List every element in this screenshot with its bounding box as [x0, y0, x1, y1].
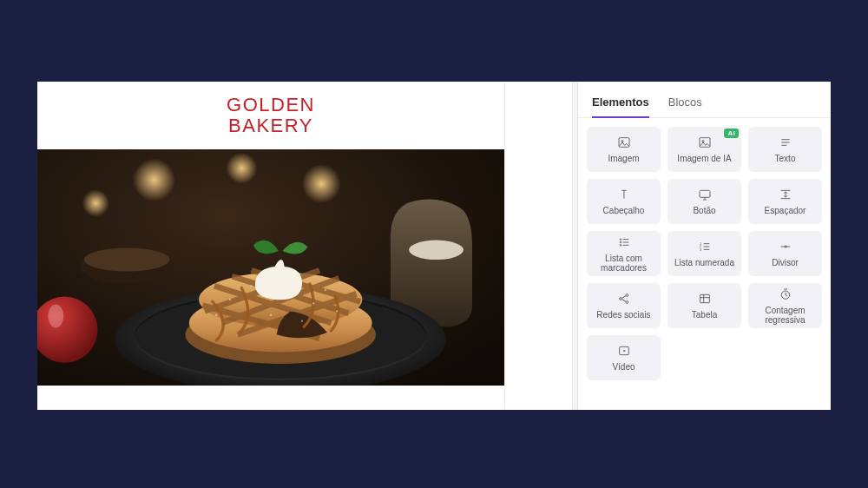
tile-text[interactable]: Texto: [748, 127, 822, 172]
svg-point-27: [336, 310, 338, 312]
tile-label: Lista com marcadores: [587, 254, 661, 273]
svg-point-7: [84, 248, 170, 272]
table-icon: [698, 292, 712, 306]
svg-point-1: [133, 158, 175, 201]
tile-ul[interactable]: Lista com marcadores: [587, 231, 661, 276]
svg-point-2: [226, 153, 257, 184]
svg-point-25: [287, 294, 289, 296]
svg-point-4: [82, 189, 109, 216]
video-icon: [617, 344, 631, 358]
tile-divider[interactable]: Divisor: [748, 231, 822, 276]
svg-point-31: [325, 289, 326, 291]
svg-point-30: [215, 314, 217, 316]
tile-label: Imagem de IA: [674, 154, 734, 163]
panel-tabs: Elementos Blocos: [578, 82, 831, 118]
tile-heading[interactable]: Cabeçalho: [587, 179, 661, 224]
tile-label: Redes sociais: [593, 310, 654, 320]
svg-point-26: [312, 302, 314, 304]
svg-point-9: [48, 305, 63, 328]
tile-label: Contagem regressiva: [748, 306, 822, 325]
brand-logo-line2: BAKERY: [227, 115, 315, 136]
svg-point-24: [250, 285, 252, 287]
button-icon: [698, 188, 712, 201]
clock-icon: [779, 287, 792, 301]
tile-label: Vídeo: [608, 362, 638, 372]
spacer-icon: [779, 188, 792, 201]
tile-label: Divisor: [768, 258, 802, 267]
image-icon: [617, 135, 631, 149]
image-icon: [698, 135, 712, 149]
brand-logo-line1: GOLDEN: [227, 95, 315, 115]
tile-image-ai[interactable]: AIImagem de IA: [667, 127, 741, 172]
email-builder-window: GOLDEN BAKERY: [37, 82, 831, 410]
tile-label: Botão: [689, 206, 719, 215]
share-icon: [617, 292, 631, 306]
svg-point-28: [270, 314, 272, 316]
svg-point-5: [409, 241, 464, 260]
tile-ol[interactable]: Lista numerada: [667, 231, 741, 276]
elements-grid: ImagemAIImagem de IATextoCabeçalhoBotãoE…: [578, 118, 831, 389]
ai-badge: AI: [724, 129, 739, 138]
tile-social[interactable]: Redes sociais: [587, 283, 661, 328]
svg-point-23: [229, 299, 231, 300]
canvas[interactable]: GOLDEN BAKERY: [37, 82, 504, 410]
elements-panel: Elementos Blocos ImagemAIImagem de IATex…: [577, 82, 831, 410]
svg-point-29: [301, 320, 303, 322]
tab-elements[interactable]: Elementos: [592, 90, 649, 117]
tile-video[interactable]: Vídeo: [587, 335, 661, 380]
heading-icon: [617, 188, 631, 201]
ol-icon: [698, 240, 712, 254]
divider-icon: [779, 240, 792, 254]
tile-countdown[interactable]: Contagem regressiva: [748, 283, 822, 328]
text-icon: [779, 135, 792, 149]
tile-spacer[interactable]: Espaçador: [748, 179, 822, 224]
tile-label: Tabela: [688, 310, 720, 320]
tile-label: Espaçador: [761, 206, 810, 215]
ul-icon: [617, 235, 631, 249]
canvas-right-gutter: [504, 82, 572, 410]
tile-button[interactable]: Botão: [667, 179, 741, 224]
tile-table[interactable]: Tabela: [667, 283, 741, 328]
svg-point-3: [302, 164, 341, 203]
tab-blocks[interactable]: Blocos: [668, 90, 702, 117]
tile-image[interactable]: Imagem: [587, 127, 661, 172]
tile-label: Imagem: [604, 154, 642, 163]
hero-image[interactable]: [37, 149, 504, 386]
tile-label: Texto: [772, 154, 799, 163]
brand-logo: GOLDEN BAKERY: [37, 82, 504, 149]
tile-label: Lista numerada: [671, 258, 738, 267]
tile-label: Cabeçalho: [600, 206, 648, 215]
